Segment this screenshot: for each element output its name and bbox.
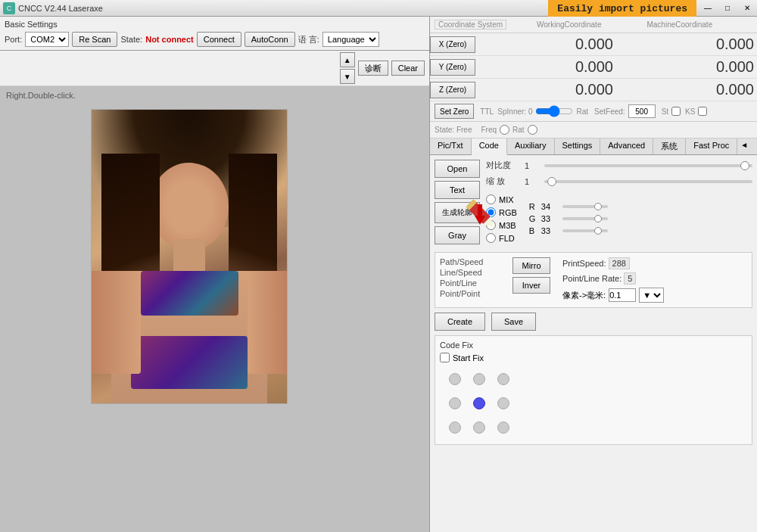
state-label: State: — [120, 35, 142, 44]
g-slider-track[interactable] — [562, 217, 608, 220]
r-value: 34 — [541, 202, 559, 211]
tab-scroll-right[interactable]: ◄ — [737, 138, 751, 154]
gray-button[interactable]: Gray — [435, 226, 480, 244]
pixel-input[interactable] — [609, 288, 636, 302]
tab-content: Open Text 生成轮廓 Gray 对比度 1 — [430, 155, 757, 532]
b-slider-thumb[interactable] — [594, 227, 602, 235]
dot-2-1[interactable] — [473, 422, 485, 434]
st-checkbox[interactable] — [671, 107, 681, 116]
dot-2-0[interactable] — [449, 422, 461, 434]
bikini-top — [141, 271, 238, 315]
connect-button[interactable]: Connect — [197, 32, 241, 47]
g-value: 33 — [541, 214, 559, 223]
tab-code[interactable]: Code — [472, 138, 507, 155]
mix-label: MIX — [499, 195, 514, 204]
y-machine-value: 0.000 — [619, 58, 757, 76]
print-speed-row: PrintSpeed: 288 — [562, 257, 747, 269]
lang-label: 语 言: — [298, 34, 319, 45]
tab-system[interactable]: 系统 — [653, 138, 686, 154]
dot-0-2[interactable] — [497, 373, 509, 385]
scroll-up-button[interactable]: ▲ — [340, 52, 355, 67]
dot-1-1[interactable] — [473, 397, 485, 409]
window-controls: — □ ✕ — [698, 0, 757, 17]
fld-label: FLD — [499, 234, 515, 243]
b-value: 33 — [541, 226, 559, 235]
feed-input[interactable] — [628, 104, 656, 118]
zoom-slider-thumb[interactable] — [547, 177, 556, 186]
rat-label: Rat — [576, 107, 588, 116]
ttl-label: TTL SpInner: 0 — [480, 107, 532, 116]
open-button[interactable]: Open — [435, 160, 480, 178]
ks-checkbox[interactable] — [698, 107, 707, 116]
contrast-label: 对比度 — [486, 160, 520, 171]
start-fix-checkbox[interactable] — [440, 353, 450, 362]
dot-2-2[interactable] — [497, 422, 509, 434]
fld-radio[interactable] — [486, 233, 496, 243]
tab-auxiliary[interactable]: Auxiliary — [507, 138, 555, 154]
g-slider-thumb[interactable] — [594, 215, 602, 222]
b-slider-track[interactable] — [562, 229, 608, 232]
zoom-slider-track[interactable] — [544, 180, 752, 183]
z-zero-button[interactable]: Z (Zero) — [430, 82, 475, 98]
start-fix-label: Start Fix — [453, 353, 484, 362]
app-icon: C — [3, 2, 15, 14]
text-button[interactable]: Text — [435, 181, 480, 199]
rgb-radio[interactable] — [486, 207, 496, 217]
y-zero-button[interactable]: Y (Zero) — [430, 59, 475, 76]
tab-advanced[interactable]: Advanced — [600, 138, 653, 154]
close-button[interactable]: ✕ — [737, 0, 757, 17]
controls-row: Set Zero TTL SpInner: 0 Rat SetFeed: St … — [430, 101, 757, 122]
settings-row: Port: COM2 Re Scan State: Not connect Co… — [5, 32, 425, 47]
pixel-unit-select[interactable]: ▼ — [639, 288, 664, 303]
g-label: G — [529, 214, 538, 223]
dot-1-2[interactable] — [497, 397, 509, 409]
canvas-image — [91, 109, 288, 404]
port-select[interactable]: COM2 — [25, 32, 69, 47]
mirror-button[interactable]: Mirro — [512, 257, 550, 274]
scroll-down-button[interactable]: ▼ — [340, 69, 355, 84]
dot-1-0[interactable] — [449, 397, 461, 409]
tab-settings[interactable]: Settings — [555, 138, 601, 154]
color-radio-group: MIX RGB M3B — [486, 194, 517, 243]
contrast-slider-thumb[interactable] — [740, 161, 749, 170]
rescan-button[interactable]: Re Scan — [72, 32, 117, 47]
diag-button[interactable]: 诊断 — [358, 61, 388, 76]
autoconn-button[interactable]: AutoConn — [245, 32, 295, 47]
invert-button[interactable]: Inver — [512, 277, 550, 294]
tab-fast-proc[interactable]: Fast Proc — [686, 138, 737, 154]
rat-radio-label: Rat — [512, 126, 525, 134]
contrast-slider-track[interactable] — [544, 164, 752, 167]
ks-label: KS — [685, 107, 695, 116]
language-select[interactable]: Language — [322, 32, 379, 47]
start-fix-row: Start Fix — [440, 353, 747, 362]
rgb-label: RGB — [499, 208, 517, 217]
point-line-label: Point/Line — [440, 278, 500, 288]
r-slider-thumb[interactable] — [594, 203, 602, 210]
clear-button[interactable]: Clear — [391, 61, 425, 76]
spindle-slider[interactable] — [535, 107, 573, 116]
create-button[interactable]: Create — [435, 313, 485, 331]
minimize-button[interactable]: — — [698, 0, 718, 17]
tab-pic-txt[interactable]: Pic/Txt — [430, 138, 472, 154]
rat-radio[interactable] — [528, 125, 537, 135]
speed-mirror-section: Path/Speed Line/Speed Point/Line Point/P… — [435, 252, 752, 308]
path-speed-label: Path/Speed — [440, 257, 500, 266]
pixel-label: 像素->毫米: — [562, 290, 606, 301]
m3b-radio[interactable] — [486, 220, 496, 230]
dot-0-0[interactable] — [449, 373, 461, 385]
freq-radio[interactable] — [500, 125, 509, 135]
dot-0-1[interactable] — [473, 373, 485, 385]
x-working-value: 0.000 — [478, 36, 619, 53]
x-coord-row: X (Zero) 0.000 0.000 — [430, 33, 757, 56]
code-fix-title: Code Fix — [440, 341, 747, 350]
z-coord-row: Z (Zero) 0.000 0.000 — [430, 79, 757, 101]
right-panel: Coordinate System WorkingCoordinate Mach… — [430, 17, 757, 532]
basic-settings-bar: Basic Settings Port: COM2 Re Scan State:… — [0, 17, 429, 51]
save-button[interactable]: Save — [491, 313, 536, 331]
r-slider-track[interactable] — [562, 205, 608, 208]
x-zero-button[interactable]: X (Zero) — [430, 36, 475, 53]
mix-radio[interactable] — [486, 194, 496, 204]
maximize-button[interactable]: □ — [718, 0, 737, 17]
set-zero-button[interactable]: Set Zero — [435, 104, 474, 119]
gen-contour-button[interactable]: 生成轮廓 — [435, 202, 480, 223]
